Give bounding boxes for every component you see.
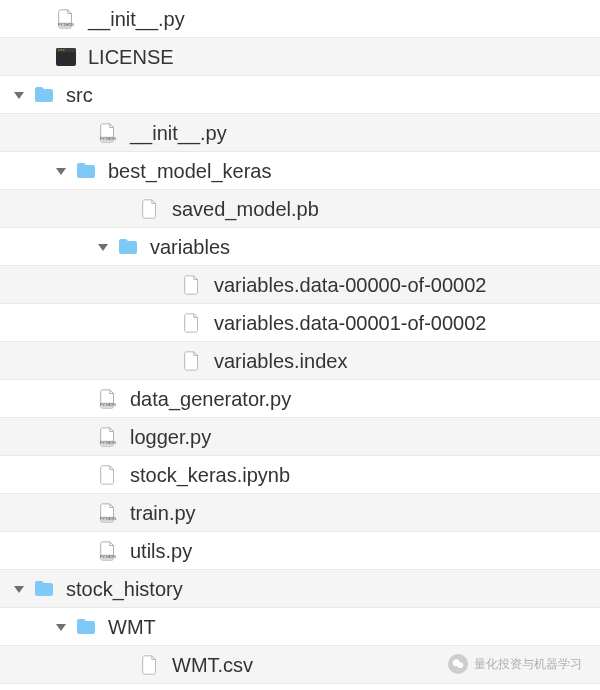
- python-icon: PYTHON: [96, 539, 120, 563]
- svg-text:PYTHON: PYTHON: [58, 23, 74, 27]
- svg-text:PYTHON: PYTHON: [100, 441, 116, 445]
- file-label: stock_keras.ipynb: [130, 465, 290, 485]
- tree-row[interactable]: stock_history: [0, 570, 600, 608]
- tree-row[interactable]: PYTHON__init__.py: [0, 0, 600, 38]
- tree-row[interactable]: PYTHONutils.py: [0, 532, 600, 570]
- file-label: variables.data-00001-of-00002: [214, 313, 486, 333]
- tree-row[interactable]: best_model_keras: [0, 152, 600, 190]
- file-label: best_model_keras: [108, 161, 271, 181]
- tree-row[interactable]: variables: [0, 228, 600, 266]
- tree-row[interactable]: PYTHONdata_generator.py: [0, 380, 600, 418]
- wechat-icon: [448, 654, 468, 674]
- folder-icon: [32, 83, 56, 107]
- svg-text:PYTHON: PYTHON: [100, 517, 116, 521]
- file-icon: [96, 463, 120, 487]
- file-label: src: [66, 85, 93, 105]
- folder-icon: [32, 577, 56, 601]
- tree-row[interactable]: src: [0, 76, 600, 114]
- file-label: stock_history: [66, 579, 183, 599]
- tree-row[interactable]: variables.data-00000-of-00002: [0, 266, 600, 304]
- file-label: utils.py: [130, 541, 192, 561]
- file-label: data_generator.py: [130, 389, 291, 409]
- tree-row[interactable]: WMT: [0, 608, 600, 646]
- tree-row[interactable]: stock_keras.ipynb: [0, 456, 600, 494]
- svg-text:PYTHON: PYTHON: [100, 403, 116, 407]
- svg-point-4: [58, 49, 60, 51]
- python-icon: PYTHON: [96, 387, 120, 411]
- file-label: WMT: [108, 617, 156, 637]
- svg-text:PYTHON: PYTHON: [100, 555, 116, 559]
- chevron-down-icon[interactable]: [96, 240, 110, 254]
- tree-row[interactable]: PYTHON__init__.py: [0, 114, 600, 152]
- python-icon: PYTHON: [96, 425, 120, 449]
- folder-icon: [74, 159, 98, 183]
- file-icon: [180, 311, 204, 335]
- tree-row[interactable]: PYTHONtrain.py: [0, 494, 600, 532]
- tree-row[interactable]: variables.data-00001-of-00002: [0, 304, 600, 342]
- chevron-down-icon[interactable]: [12, 582, 26, 596]
- python-icon: PYTHON: [54, 7, 78, 31]
- file-icon: [180, 273, 204, 297]
- chevron-down-icon[interactable]: [12, 88, 26, 102]
- svg-point-6: [63, 49, 65, 51]
- file-tree: PYTHON__init__.pyLICENSEsrcPYTHON__init_…: [0, 0, 600, 684]
- chevron-down-icon[interactable]: [54, 620, 68, 634]
- folder-icon: [74, 615, 98, 639]
- python-icon: PYTHON: [96, 121, 120, 145]
- folder-icon: [116, 235, 140, 259]
- file-label: LICENSE: [88, 47, 174, 67]
- python-icon: PYTHON: [96, 501, 120, 525]
- file-label: variables.index: [214, 351, 347, 371]
- tree-row[interactable]: variables.index: [0, 342, 600, 380]
- watermark-text: 量化投资与机器学习: [474, 656, 582, 673]
- terminal-icon: [54, 45, 78, 69]
- tree-row[interactable]: LICENSE: [0, 38, 600, 76]
- file-icon: [138, 653, 162, 677]
- file-label: variables: [150, 237, 230, 257]
- file-label: saved_model.pb: [172, 199, 319, 219]
- file-label: WMT.csv: [172, 655, 253, 675]
- file-label: train.py: [130, 503, 196, 523]
- svg-point-18: [457, 662, 463, 668]
- file-label: variables.data-00000-of-00002: [214, 275, 486, 295]
- file-label: __init__.py: [88, 9, 185, 29]
- watermark: 量化投资与机器学习: [448, 654, 582, 674]
- file-label: __init__.py: [130, 123, 227, 143]
- file-icon: [138, 197, 162, 221]
- file-icon: [180, 349, 204, 373]
- chevron-down-icon[interactable]: [54, 164, 68, 178]
- svg-point-5: [61, 49, 63, 51]
- tree-row[interactable]: saved_model.pb: [0, 190, 600, 228]
- tree-row[interactable]: PYTHONlogger.py: [0, 418, 600, 456]
- svg-text:PYTHON: PYTHON: [100, 137, 116, 141]
- file-label: logger.py: [130, 427, 211, 447]
